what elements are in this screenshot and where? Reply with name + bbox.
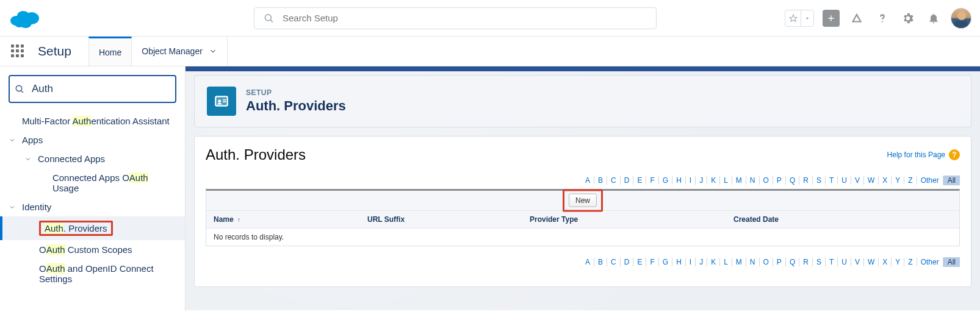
alpha-letter[interactable]: E	[633, 176, 646, 185]
favorites-menu[interactable]	[785, 10, 814, 27]
tab-home[interactable]: Home	[88, 37, 132, 66]
alpha-letter[interactable]: U	[838, 258, 851, 266]
tree-item-identity[interactable]: Identity	[0, 197, 185, 216]
alpha-letter[interactable]: E	[633, 258, 646, 266]
new-button[interactable]: New	[569, 194, 597, 207]
alpha-letter[interactable]: G	[659, 176, 672, 185]
alpha-letter[interactable]: Y	[892, 176, 904, 185]
notifications-bell-icon[interactable]	[925, 10, 942, 27]
svg-point-8	[882, 21, 883, 22]
global-search-input[interactable]	[254, 7, 657, 29]
column-created-date[interactable]: Created Date	[726, 211, 959, 228]
caret-down-icon	[801, 10, 813, 26]
search-icon	[15, 84, 24, 94]
alpha-letter[interactable]: L	[720, 258, 732, 266]
help-icon[interactable]	[874, 10, 891, 27]
svg-line-10	[21, 91, 23, 93]
alpha-letter[interactable]: D	[621, 258, 634, 266]
alpha-all[interactable]: All	[943, 257, 960, 267]
alpha-letter[interactable]: Q	[786, 258, 799, 266]
alpha-letter[interactable]: X	[879, 258, 892, 266]
page-title: Auth. Providers	[246, 98, 346, 114]
alpha-letter[interactable]: M	[732, 176, 746, 185]
header-icons	[785, 8, 971, 29]
alpha-letter[interactable]: T	[826, 176, 838, 185]
alpha-letter[interactable]: V	[851, 176, 864, 185]
alpha-letter[interactable]: D	[621, 176, 634, 185]
alpha-letter[interactable]: Z	[904, 176, 917, 185]
alpha-letter[interactable]: R	[799, 258, 813, 266]
page-eyebrow: SETUP	[246, 88, 346, 97]
column-url-suffix[interactable]: URL Suffix	[360, 211, 522, 228]
alpha-letter[interactable]: N	[746, 258, 760, 266]
column-provider-type[interactable]: Provider Type	[522, 211, 726, 228]
tree-item-connected-apps-oauth-usage[interactable]: Connected Apps OAuth Usage	[0, 168, 185, 197]
tree-item-auth-providers[interactable]: Auth. Providers	[0, 216, 185, 240]
alpha-letter[interactable]: T	[826, 258, 838, 266]
table-header-row: Name ↑ URL Suffix Provider Type Created …	[206, 211, 959, 229]
salesforce-logo[interactable]	[9, 7, 40, 29]
alpha-letter[interactable]: A	[582, 258, 594, 266]
alpha-letter[interactable]: W	[864, 258, 879, 266]
alpha-letter[interactable]: I	[686, 176, 696, 185]
tree-item-oauth-openid-settings[interactable]: OAuth and OpenID Connect Settings	[0, 259, 185, 288]
alpha-letter[interactable]: J	[696, 258, 707, 266]
tree-item-connected-apps[interactable]: Connected Apps	[0, 149, 185, 168]
alpha-letter[interactable]: J	[696, 176, 707, 185]
alpha-letter[interactable]: C	[607, 176, 621, 185]
alpha-letter[interactable]: A	[582, 176, 594, 185]
identity-card-icon	[207, 87, 236, 116]
alpha-letter[interactable]: C	[607, 258, 621, 266]
column-name[interactable]: Name ↑	[206, 211, 360, 228]
tree-item-apps[interactable]: Apps	[0, 130, 185, 149]
quick-find[interactable]	[9, 75, 176, 103]
setup-gear-icon[interactable]	[899, 10, 917, 27]
alpha-letter[interactable]: H	[672, 258, 686, 266]
user-avatar[interactable]	[951, 8, 971, 29]
chevron-down-icon	[9, 204, 17, 211]
alpha-letter[interactable]: S	[813, 176, 826, 185]
alpha-letter[interactable]: I	[686, 258, 696, 266]
tree-item-oauth-custom-scopes[interactable]: OAuth Custom Scopes	[0, 240, 185, 259]
global-search[interactable]	[254, 7, 657, 29]
tree-item-mfa-assistant[interactable]: Multi-Factor Authentication Assistant	[0, 112, 185, 130]
alpha-letter[interactable]: V	[851, 258, 864, 266]
alpha-letter[interactable]: Y	[892, 258, 904, 266]
alpha-letter[interactable]: F	[646, 176, 658, 185]
alpha-other[interactable]: Other	[917, 258, 943, 266]
trailhead-icon[interactable]	[848, 10, 865, 27]
alpha-letter[interactable]: F	[646, 258, 658, 266]
tab-object-manager[interactable]: Object Manager	[132, 37, 228, 66]
global-actions-button[interactable]	[823, 10, 840, 27]
alpha-letter[interactable]: B	[594, 176, 607, 185]
alpha-letter[interactable]: X	[879, 176, 892, 185]
alpha-letter[interactable]: P	[773, 258, 786, 266]
alpha-letter[interactable]: Z	[904, 258, 917, 266]
alpha-letter[interactable]: N	[746, 176, 760, 185]
setup-tree: Multi-Factor Authentication Assistant Ap…	[0, 66, 186, 310]
alpha-letter[interactable]: O	[760, 176, 773, 185]
chevron-down-icon	[9, 137, 17, 144]
alpha-letter[interactable]: P	[773, 176, 786, 185]
alpha-letter[interactable]: L	[720, 176, 732, 185]
alpha-letter[interactable]: Q	[786, 176, 799, 185]
alpha-letter[interactable]: G	[659, 258, 672, 266]
alpha-letter[interactable]: K	[707, 258, 720, 266]
alpha-other[interactable]: Other	[917, 176, 943, 185]
alpha-letter[interactable]: O	[760, 258, 773, 266]
alpha-letter[interactable]: K	[707, 176, 720, 185]
alpha-letter[interactable]: H	[672, 176, 686, 185]
alpha-letter[interactable]: M	[732, 258, 746, 266]
alpha-letter[interactable]: U	[838, 176, 851, 185]
table-empty-message: No records to display.	[206, 229, 959, 246]
alpha-letter[interactable]: W	[864, 176, 879, 185]
app-launcher-icon[interactable]	[11, 44, 24, 58]
alpha-letter[interactable]: R	[799, 176, 813, 185]
quick-find-input[interactable]	[9, 75, 176, 103]
alpha-letter[interactable]: B	[594, 258, 607, 266]
list-table: New New Name ↑ URL Suffix Provider Type …	[206, 189, 960, 246]
alpha-letter[interactable]: S	[813, 258, 826, 266]
alpha-all[interactable]: All	[943, 176, 960, 185]
context-bar: Setup Home Object Manager	[0, 37, 980, 66]
help-link[interactable]: Help for this Page ?	[887, 149, 960, 160]
